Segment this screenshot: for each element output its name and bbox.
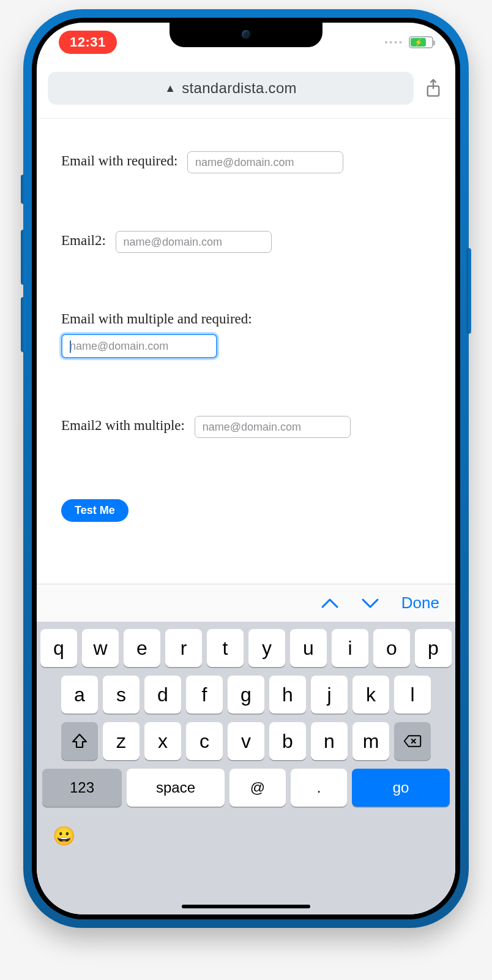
field-email-required: Email with required: name@domain.com: [61, 151, 431, 173]
key-space[interactable]: space: [127, 769, 225, 807]
keyboard-row-3: z x c v b n m: [42, 722, 450, 760]
email-input[interactable]: name@domain.com: [187, 151, 343, 173]
key-t[interactable]: t: [207, 629, 244, 667]
email-input-focused[interactable]: name@domain.com: [61, 334, 217, 358]
cellular-icon: ••••: [384, 38, 404, 47]
side-button-vol-down: [21, 297, 26, 352]
key-p[interactable]: p: [415, 629, 452, 667]
key-c[interactable]: c: [186, 722, 223, 760]
key-q[interactable]: q: [40, 629, 77, 667]
browser-toolbar: ▲ standardista.com: [48, 72, 444, 105]
side-button-mute: [21, 175, 26, 204]
key-h[interactable]: h: [269, 676, 306, 714]
keyboard-row-1: q w e r t y u i o p: [42, 629, 450, 667]
key-u[interactable]: u: [290, 629, 327, 667]
status-right: •••• ⚡: [384, 36, 433, 48]
status-time-recording[interactable]: 12:31: [59, 31, 117, 54]
key-w[interactable]: w: [82, 629, 119, 667]
key-j[interactable]: j: [311, 676, 348, 714]
next-field-button[interactable]: [361, 594, 379, 612]
key-z[interactable]: z: [103, 722, 140, 760]
key-r[interactable]: r: [165, 629, 202, 667]
battery-icon: ⚡: [409, 36, 433, 48]
done-button[interactable]: Done: [401, 594, 439, 612]
key-g[interactable]: g: [228, 676, 264, 714]
key-b[interactable]: b: [269, 722, 306, 760]
key-go[interactable]: go: [352, 769, 450, 807]
key-f[interactable]: f: [186, 676, 223, 714]
side-button-vol-up: [21, 230, 26, 285]
key-123[interactable]: 123: [42, 769, 122, 807]
side-button-power: [466, 248, 471, 334]
not-secure-icon: ▲: [165, 83, 176, 94]
keyboard-accessory-bar: Done: [37, 584, 455, 622]
screen: 12:31 •••• ⚡ ▲ standardista.com: [37, 23, 455, 914]
prev-field-button[interactable]: [321, 594, 339, 612]
submit-button[interactable]: Test Me: [61, 499, 129, 522]
key-n[interactable]: n: [311, 722, 348, 760]
field-email2-multiple: Email2 with multiple: name@domain.com: [61, 416, 431, 438]
field-label: Email2:: [61, 233, 106, 248]
key-l[interactable]: l: [394, 676, 431, 714]
onscreen-keyboard: q w e r t y u i o p a s d f g h: [37, 622, 455, 914]
toolbar-divider: [37, 118, 455, 119]
key-k[interactable]: k: [352, 676, 389, 714]
home-indicator[interactable]: [182, 905, 310, 908]
share-button[interactable]: [422, 77, 444, 99]
key-shift[interactable]: [61, 722, 98, 760]
url-bar[interactable]: ▲ standardista.com: [48, 72, 414, 105]
email-input[interactable]: name@domain.com: [195, 416, 351, 438]
field-label: Email2 with multiple:: [61, 418, 185, 433]
notch: [170, 23, 322, 47]
key-s[interactable]: s: [103, 676, 140, 714]
key-dot[interactable]: .: [291, 769, 347, 807]
key-at[interactable]: @: [229, 769, 286, 807]
field-label: Email with required:: [61, 153, 177, 168]
keyboard-bottom-row: 😀: [42, 815, 450, 846]
key-y[interactable]: y: [248, 629, 285, 667]
key-m[interactable]: m: [352, 722, 389, 760]
key-d[interactable]: d: [144, 676, 181, 714]
key-a[interactable]: a: [61, 676, 98, 714]
url-domain: standardista.com: [182, 80, 297, 97]
key-o[interactable]: o: [373, 629, 410, 667]
key-v[interactable]: v: [228, 722, 264, 760]
field-label: Email with multiple and required:: [61, 311, 252, 326]
keyboard-row-4: 123 space @ . go: [42, 769, 450, 807]
key-e[interactable]: e: [124, 629, 160, 667]
keyboard-row-2: a s d f g h j k l: [42, 676, 450, 714]
key-backspace[interactable]: [394, 722, 431, 760]
phone-frame: 12:31 •••• ⚡ ▲ standardista.com: [23, 9, 469, 928]
field-email-multiple-required: Email with multiple and required: name@d…: [61, 311, 431, 358]
key-i[interactable]: i: [332, 629, 368, 667]
email-input[interactable]: name@domain.com: [116, 231, 272, 253]
field-email2: Email2: name@domain.com: [61, 231, 431, 253]
key-x[interactable]: x: [144, 722, 181, 760]
phone-bezel: 12:31 •••• ⚡ ▲ standardista.com: [32, 18, 460, 919]
charging-icon: ⚡: [414, 39, 423, 46]
emoji-button[interactable]: 😀: [53, 825, 75, 846]
